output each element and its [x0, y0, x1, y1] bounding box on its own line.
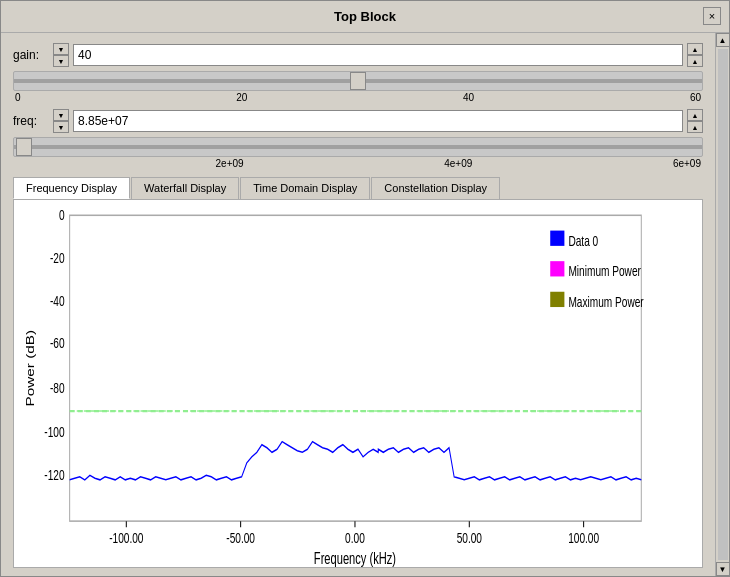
freq-slider-thumb[interactable] [16, 138, 32, 156]
svg-text:0.00: 0.00 [345, 528, 365, 546]
freq-spin-down[interactable]: ▼ [53, 109, 69, 121]
svg-text:-20: -20 [50, 249, 65, 267]
svg-text:Power (dB): Power (dB) [25, 330, 37, 406]
main-layout: gain: ▼ ▼ ▲ ▲ [1, 33, 729, 576]
scroll-track[interactable] [718, 49, 728, 560]
svg-rect-27 [550, 292, 564, 307]
freq-slider-wrapper[interactable] [13, 137, 703, 157]
svg-text:-100.00: -100.00 [109, 528, 143, 546]
tab-time-domain-display[interactable]: Time Domain Display [240, 177, 370, 199]
gain-ud-buttons[interactable]: ▲ ▲ [687, 43, 703, 67]
gain-spin-down2[interactable]: ▼ [53, 55, 69, 67]
freq-up[interactable]: ▲ [687, 109, 703, 121]
tabs-container: Frequency Display Waterfall Display Time… [1, 177, 715, 199]
main-window: Top Block × gain: ▼ ▼ ▲ ▲ [0, 0, 730, 577]
gain-label-40: 40 [463, 92, 474, 103]
svg-rect-0 [14, 200, 702, 567]
svg-rect-25 [550, 261, 564, 276]
gain-row: gain: ▼ ▼ ▲ ▲ [1, 41, 715, 69]
freq-spin-buttons[interactable]: ▼ ▼ [53, 109, 69, 133]
svg-text:-120: -120 [44, 466, 64, 484]
gain-down[interactable]: ▲ [687, 55, 703, 67]
freq-slider-container: 2e+09 4e+09 6e+09 [1, 137, 715, 169]
close-button[interactable]: × [703, 7, 721, 25]
tab-constellation-display[interactable]: Constellation Display [371, 177, 500, 199]
freq-slider-track [14, 145, 702, 149]
gain-spin-down[interactable]: ▼ [53, 43, 69, 55]
gain-spin-buttons[interactable]: ▼ ▼ [53, 43, 69, 67]
svg-text:50.00: 50.00 [457, 528, 482, 546]
freq-ud-buttons[interactable]: ▲ ▲ [687, 109, 703, 133]
svg-text:100.00: 100.00 [568, 528, 599, 546]
freq-spin-down2[interactable]: ▼ [53, 121, 69, 133]
gain-label-60: 60 [690, 92, 701, 103]
chart-area: 0 -20 -40 -60 -80 -100 -12 [14, 200, 702, 567]
gain-label-20: 20 [236, 92, 247, 103]
svg-text:-80: -80 [50, 379, 65, 397]
svg-text:-100: -100 [44, 423, 64, 441]
gain-up[interactable]: ▲ [687, 43, 703, 55]
svg-text:-50.00: -50.00 [226, 528, 255, 546]
main-content: gain: ▼ ▼ ▲ ▲ [1, 33, 715, 576]
svg-text:Data 0: Data 0 [568, 232, 598, 250]
svg-text:-60: -60 [50, 334, 65, 352]
tab-content-area: 0 -20 -40 -60 -80 -100 -12 [13, 199, 703, 568]
window-title: Top Block [334, 9, 396, 24]
tab-waterfall-display[interactable]: Waterfall Display [131, 177, 239, 199]
gain-label: gain: [13, 48, 53, 62]
gain-slider-container: 0 20 40 60 [1, 71, 715, 103]
title-bar: Top Block × [1, 1, 729, 33]
gain-input[interactable] [73, 44, 683, 66]
gain-label-0: 0 [15, 92, 21, 103]
svg-text:Minimum Power: Minimum Power [568, 262, 641, 280]
freq-down[interactable]: ▲ [687, 121, 703, 133]
freq-label-2e9: 2e+09 [216, 158, 244, 169]
freq-label-4e9: 4e+09 [444, 158, 472, 169]
svg-text:-40: -40 [50, 291, 65, 309]
right-scrollbar[interactable]: ▲ ▼ [715, 33, 729, 576]
scroll-down-arrow[interactable]: ▼ [716, 562, 730, 576]
svg-rect-23 [550, 231, 564, 246]
freq-label-6e9: 6e+09 [673, 158, 701, 169]
freq-slider-labels: 2e+09 4e+09 6e+09 [13, 158, 703, 169]
svg-text:Maximum Power: Maximum Power [568, 293, 644, 311]
frequency-chart: 0 -20 -40 -60 -80 -100 -12 [14, 200, 702, 567]
content-area: gain: ▼ ▼ ▲ ▲ [1, 33, 715, 576]
gain-slider-labels: 0 20 40 60 [13, 92, 703, 103]
tab-frequency-display[interactable]: Frequency Display [13, 177, 130, 199]
freq-label: freq: [13, 114, 53, 128]
svg-text:0: 0 [59, 206, 65, 224]
freq-input[interactable] [73, 110, 683, 132]
gain-slider-thumb[interactable] [350, 72, 366, 90]
gain-slider-wrapper[interactable] [13, 71, 703, 91]
freq-row: freq: ▼ ▼ ▲ ▲ [1, 107, 715, 135]
scroll-up-arrow[interactable]: ▲ [716, 33, 730, 47]
svg-text:Frequency (kHz): Frequency (kHz) [314, 549, 396, 567]
